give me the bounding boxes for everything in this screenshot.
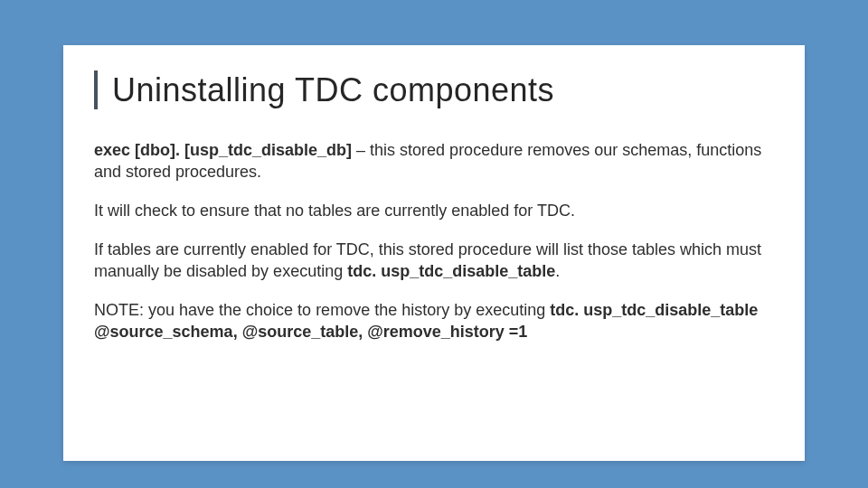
proc-name: exec [dbo]. [usp_tdc_disable_db]: [94, 141, 352, 159]
p4-lead: NOTE: you have the choice to remove the …: [94, 301, 550, 319]
paragraph-1: exec [dbo]. [usp_tdc_disable_db] – this …: [94, 140, 769, 183]
paragraph-2: It will check to ensure that no tables a…: [94, 201, 769, 221]
p3-proc: tdc. usp_tdc_disable_table: [347, 262, 555, 280]
title-row: Uninstalling TDC components: [94, 70, 769, 109]
slide-body: exec [dbo]. [usp_tdc_disable_db] – this …: [94, 140, 769, 343]
content-card: Uninstalling TDC components exec [dbo]. …: [63, 45, 805, 461]
slide: Uninstalling TDC components exec [dbo]. …: [0, 0, 868, 488]
title-accent-bar: [94, 70, 98, 109]
p3-tail: .: [555, 262, 560, 280]
paragraph-3: If tables are currently enabled for TDC,…: [94, 239, 769, 282]
slide-title: Uninstalling TDC components: [112, 70, 554, 109]
paragraph-4: NOTE: you have the choice to remove the …: [94, 300, 769, 343]
